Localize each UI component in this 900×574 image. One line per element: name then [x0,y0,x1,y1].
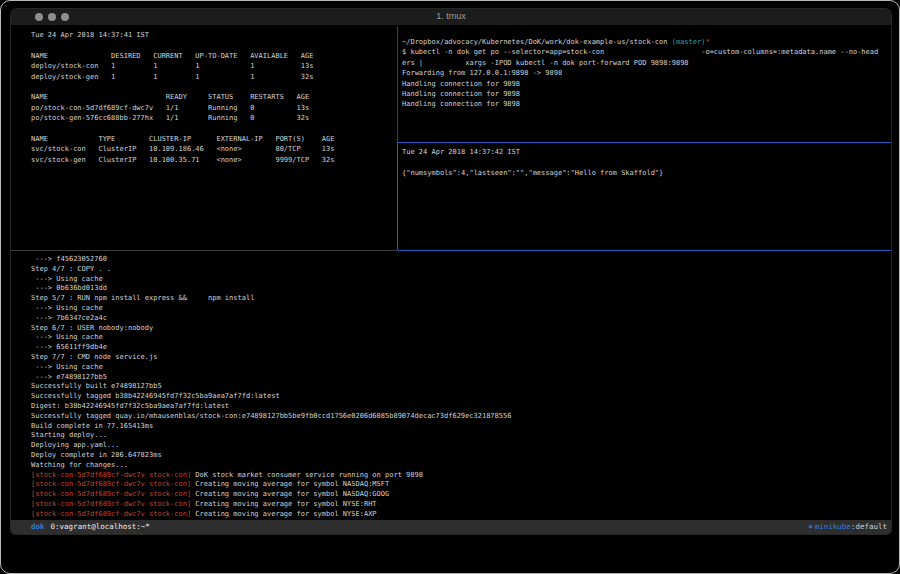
session-name[interactable]: dok [31,520,45,534]
window-titlebar[interactable]: 1. tmux [11,9,891,26]
kubernetes-helm-icon: ⎈ [808,520,813,534]
status-right: ⎈ minikube :default [808,520,887,534]
kube-context: minikube [815,520,851,534]
pane-kubectl-watch[interactable]: Tue 24 Apr 2018 14:37:41 IST NAME DESIRE… [11,26,416,254]
screenshot-frame: 1. tmux Tue 24 Apr 2018 14:37:41 IST NAM… [0,0,900,574]
pane-divider-vertical-inactive[interactable] [397,26,398,142]
pane-service-output[interactable]: Tue 24 Apr 2018 14:37:42 IST {"numsymbol… [399,143,891,254]
tmux-terminal: Tue 24 Apr 2018 14:37:41 IST NAME DESIRE… [11,26,891,534]
pane-skaffold-build-log[interactable]: ---> f45623052760Step 4/7 : COPY . . ---… [11,251,891,521]
pane-divider-vertical-active[interactable] [397,142,398,250]
tmux-status-bar: dok 0:vagrant@localhost:~* ⎈ minikube :d… [11,520,891,534]
terminal-window: 1. tmux Tue 24 Apr 2018 14:37:41 IST NAM… [11,9,891,534]
kube-namespace: :default [851,520,887,534]
window-title: 1. tmux [11,11,891,21]
pane-port-forward[interactable]: ~/Dropbox/advocacy/Kubernetes/DoK/work/d… [399,26,891,152]
active-window-item[interactable]: 0:vagrant@localhost:~* [51,520,150,534]
